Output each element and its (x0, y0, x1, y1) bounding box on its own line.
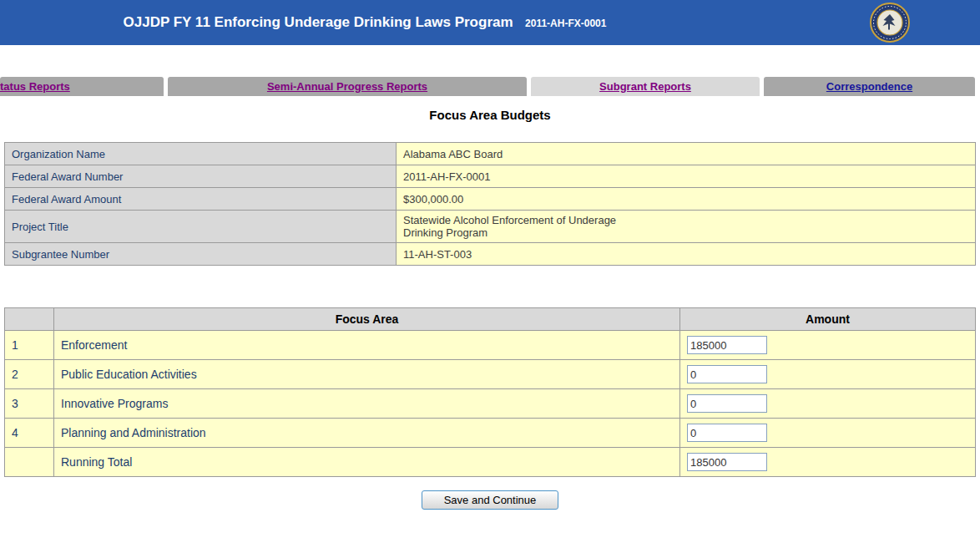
app-header: OJJDP FY 11 Enforcing Underage Drinking … (0, 0, 980, 45)
budget-row-number: 2 (5, 360, 54, 389)
tab-status-reports-link[interactable]: tatus Reports (0, 80, 70, 93)
budget-header-num (5, 308, 54, 331)
innovative-programs-amount-input[interactable] (687, 394, 767, 413)
info-label: Federal Award Amount (5, 188, 397, 211)
budget-row-running-total: Running Total (5, 448, 976, 477)
budget-row-number: 3 (5, 389, 54, 419)
info-row-subgrantee-number: Subgrantee Number 11-AH-ST-003 (5, 243, 976, 266)
tab-status-reports[interactable]: tatus Reports (0, 77, 164, 96)
info-value: Statewide Alcohol Enforcement of Underag… (397, 211, 976, 243)
budget-header-amount: Amount (680, 308, 976, 331)
info-label: Federal Award Number (5, 165, 397, 188)
page-title: Focus Area Budgets (0, 108, 980, 122)
budget-row-enforcement: 1 Enforcement (5, 331, 976, 360)
tab-semi-annual-progress-reports[interactable]: Semi-Annual Progress Reports (168, 77, 527, 96)
info-row-project-title: Project Title Statewide Alcohol Enforcem… (5, 211, 976, 243)
grant-info-table: Organization Name Alabama ABC Board Fede… (4, 142, 976, 266)
budget-row-number (5, 448, 54, 477)
budget-row-number: 1 (5, 331, 54, 360)
budget-row-amount-cell (680, 360, 976, 389)
planning-administration-amount-input[interactable] (687, 424, 767, 442)
budget-row-amount-cell (680, 448, 976, 477)
budget-row-amount-cell (680, 331, 976, 360)
tab-bar: tatus Reports Semi-Annual Progress Repor… (0, 77, 980, 96)
button-row: Save and Continue (0, 490, 980, 510)
doj-seal-svg (870, 3, 910, 43)
info-label: Organization Name (5, 143, 397, 165)
budget-row-label: Enforcement (54, 331, 680, 360)
budget-row-label: Innovative Programs (54, 389, 680, 419)
focus-area-budget-table: Focus Area Amount 1 Enforcement 2 Public… (4, 307, 976, 477)
tab-subgrant-reports-link[interactable]: Subgrant Reports (599, 80, 691, 93)
budget-row-label: Public Education Activities (54, 360, 680, 389)
tab-semi-annual-progress-reports-link[interactable]: Semi-Annual Progress Reports (267, 80, 427, 93)
info-value: 11-AH-ST-003 (397, 243, 976, 266)
budget-row-public-education: 2 Public Education Activities (5, 360, 976, 389)
tab-correspondence-link[interactable]: Correspondence (826, 80, 912, 93)
public-education-amount-input[interactable] (687, 365, 767, 383)
header-award-number: 2011-AH-FX-0001 (525, 18, 606, 29)
info-label: Subgrantee Number (5, 243, 397, 266)
budget-row-innovative-programs: 3 Innovative Programs (5, 389, 976, 419)
info-label: Project Title (5, 211, 397, 243)
info-value: $300,000.00 (397, 188, 976, 211)
info-value: Alabama ABC Board (397, 143, 976, 165)
doj-seal-icon (870, 3, 910, 43)
budget-row-planning-administration: 4 Planning and Administration (5, 419, 976, 448)
budget-row-label: Planning and Administration (54, 419, 680, 448)
budget-row-number: 4 (5, 419, 54, 448)
info-row-federal-award-amount: Federal Award Amount $300,000.00 (5, 188, 976, 211)
budget-row-amount-cell (680, 419, 976, 448)
budget-header-focus-area: Focus Area (54, 308, 680, 331)
save-and-continue-button[interactable]: Save and Continue (422, 490, 559, 510)
budget-row-label: Running Total (54, 448, 680, 477)
budget-header-row: Focus Area Amount (5, 308, 976, 331)
info-value: 2011-AH-FX-0001 (397, 165, 976, 188)
info-row-federal-award-number: Federal Award Number 2011-AH-FX-0001 (5, 165, 976, 188)
info-row-organization-name: Organization Name Alabama ABC Board (5, 143, 976, 165)
tab-correspondence[interactable]: Correspondence (764, 77, 975, 96)
enforcement-amount-input[interactable] (687, 336, 767, 354)
tab-subgrant-reports[interactable]: Subgrant Reports (531, 77, 760, 96)
app-title: OJJDP FY 11 Enforcing Underage Drinking … (124, 14, 513, 30)
running-total-amount-input[interactable] (687, 453, 767, 471)
header-title-wrap: OJJDP FY 11 Enforcing Underage Drinking … (0, 14, 980, 31)
budget-row-amount-cell (680, 389, 976, 419)
